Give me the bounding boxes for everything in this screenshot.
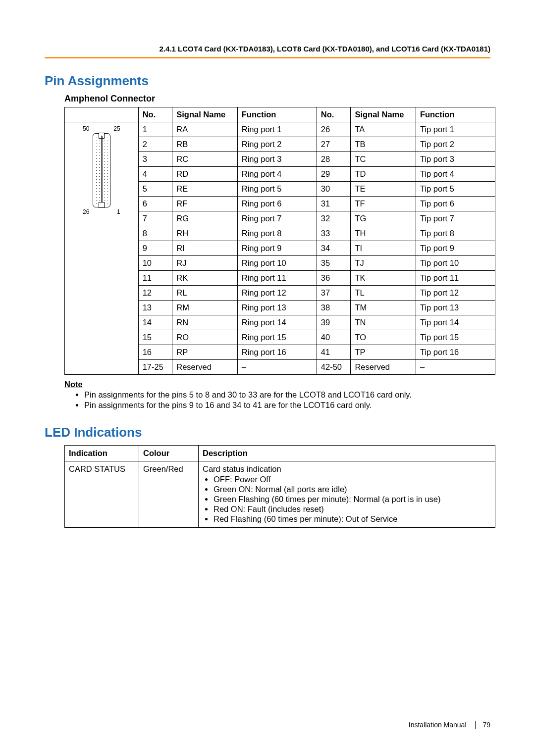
pin-diagram-header <box>65 107 139 122</box>
pin-cell: RE <box>172 182 237 197</box>
pin-cell: 42-50 <box>317 360 351 375</box>
pin-cell: TD <box>351 167 416 182</box>
pin-cell: TG <box>351 211 416 226</box>
pin-cell: Ring port 6 <box>237 197 317 211</box>
pin-cell: 10 <box>138 256 172 271</box>
pin-cell: 32 <box>317 211 351 226</box>
pin-cell: 13 <box>138 301 172 315</box>
pin-cell: TJ <box>351 256 416 271</box>
pin-cell: Tip port 10 <box>416 256 495 271</box>
pin-cell: RF <box>172 197 237 211</box>
pin-cell: TB <box>351 137 416 152</box>
pin-cell: RL <box>172 286 237 301</box>
pin-cell: Ring port 7 <box>237 211 317 226</box>
col-colour: Colour <box>139 446 199 461</box>
pin-cell: RJ <box>172 256 237 271</box>
pin-cell: 28 <box>317 152 351 167</box>
led-desc-lead: Card status indication <box>203 464 281 473</box>
connector-pin-25: 25 <box>113 125 120 132</box>
led-colour-cell: Green/Red <box>139 461 199 528</box>
footer-manual-name: Installation Manual <box>409 721 467 729</box>
pin-cell: Tip port 8 <box>416 226 495 241</box>
col-no-2: No. <box>317 107 351 122</box>
pin-cell: Ring port 2 <box>237 137 317 152</box>
led-indications-table: Indication Colour Description CARD STATU… <box>64 445 495 528</box>
pin-cell: Ring port 16 <box>237 345 317 360</box>
col-function-1: Function <box>237 107 317 122</box>
pin-cell: 4 <box>138 167 172 182</box>
pin-cell: 5 <box>138 182 172 197</box>
led-desc-item: Red ON: Fault (includes reset) <box>214 504 491 514</box>
pin-cell: 15 <box>138 330 172 345</box>
pin-cell: 38 <box>317 301 351 315</box>
pin-cell: 36 <box>317 271 351 286</box>
pin-cell: 9 <box>138 241 172 256</box>
pin-cell: TO <box>351 330 416 345</box>
pin-cell: 1 <box>138 122 172 137</box>
pin-cell: 30 <box>317 182 351 197</box>
pin-cell: TP <box>351 345 416 360</box>
pin-cell: Ring port 3 <box>237 152 317 167</box>
amphenol-subtitle: Amphenol Connector <box>64 94 490 104</box>
col-description: Description <box>199 446 495 461</box>
led-desc-item: Red Flashing (60 times per minute): Out … <box>214 514 491 524</box>
pin-cell: RN <box>172 315 237 330</box>
pin-cell: Ring port 15 <box>237 330 317 345</box>
pin-cell: Ring port 4 <box>237 167 317 182</box>
pin-table-header-row: No. Signal Name Function No. Signal Name… <box>65 107 495 122</box>
pin-cell: Ring port 5 <box>237 182 317 197</box>
pin-cell: RD <box>172 167 237 182</box>
pin-cell: TH <box>351 226 416 241</box>
led-indication-cell: CARD STATUS <box>65 461 139 528</box>
pin-cell: 27 <box>317 137 351 152</box>
pin-cell: Reserved <box>172 360 237 375</box>
pin-cell: TF <box>351 197 416 211</box>
pin-cell: RB <box>172 137 237 152</box>
pin-cell: Tip port 4 <box>416 167 495 182</box>
pin-cell: 40 <box>317 330 351 345</box>
pin-cell: Tip port 11 <box>416 271 495 286</box>
pin-row: 50252611RARing port 126TATip port 1 <box>65 122 495 137</box>
pin-cell: 16 <box>138 345 172 360</box>
pin-cell: TC <box>351 152 416 167</box>
pin-cell: 39 <box>317 315 351 330</box>
col-no-1: No. <box>138 107 172 122</box>
pin-cell: RI <box>172 241 237 256</box>
led-table-header-row: Indication Colour Description <box>65 446 495 461</box>
note-item: Pin assignments for the pins 5 to 8 and … <box>84 390 490 400</box>
col-signal-1: Signal Name <box>172 107 237 122</box>
pin-cell: Tip port 2 <box>416 137 495 152</box>
pin-cell: RH <box>172 226 237 241</box>
pin-cell: RP <box>172 345 237 360</box>
note-item: Pin assignments for the pins 9 to 16 and… <box>84 401 490 410</box>
pin-cell: 29 <box>317 167 351 182</box>
pin-cell: Tip port 5 <box>416 182 495 197</box>
pin-cell: 6 <box>138 197 172 211</box>
col-signal-2: Signal Name <box>351 107 416 122</box>
pin-cell: RA <box>172 122 237 137</box>
pin-cell: TI <box>351 241 416 256</box>
pin-cell: Tip port 14 <box>416 315 495 330</box>
pin-cell: 33 <box>317 226 351 241</box>
section-pin-assignments-title: Pin Assignments <box>45 73 490 89</box>
pin-cell: Ring port 10 <box>237 256 317 271</box>
pin-cell: RM <box>172 301 237 315</box>
pin-cell: 31 <box>317 197 351 211</box>
note-label: Note <box>64 380 490 389</box>
pin-cell: 8 <box>138 226 172 241</box>
pin-cell: 2 <box>138 137 172 152</box>
col-indication: Indication <box>65 446 139 461</box>
pin-cell: TK <box>351 271 416 286</box>
pin-cell: Ring port 8 <box>237 226 317 241</box>
pin-cell: Tip port 12 <box>416 286 495 301</box>
led-description-cell: Card status indication OFF: Power Off Gr… <box>199 461 495 528</box>
led-desc-item: Green ON: Normal (all ports are idle) <box>214 485 491 494</box>
pin-cell: Tip port 13 <box>416 301 495 315</box>
pin-cell: TL <box>351 286 416 301</box>
pin-cell: TA <box>351 122 416 137</box>
footer-page-number: 79 <box>475 721 490 729</box>
pin-cell: 12 <box>138 286 172 301</box>
pin-cell: Tip port 7 <box>416 211 495 226</box>
pin-cell: RC <box>172 152 237 167</box>
pin-cell: TE <box>351 182 416 197</box>
